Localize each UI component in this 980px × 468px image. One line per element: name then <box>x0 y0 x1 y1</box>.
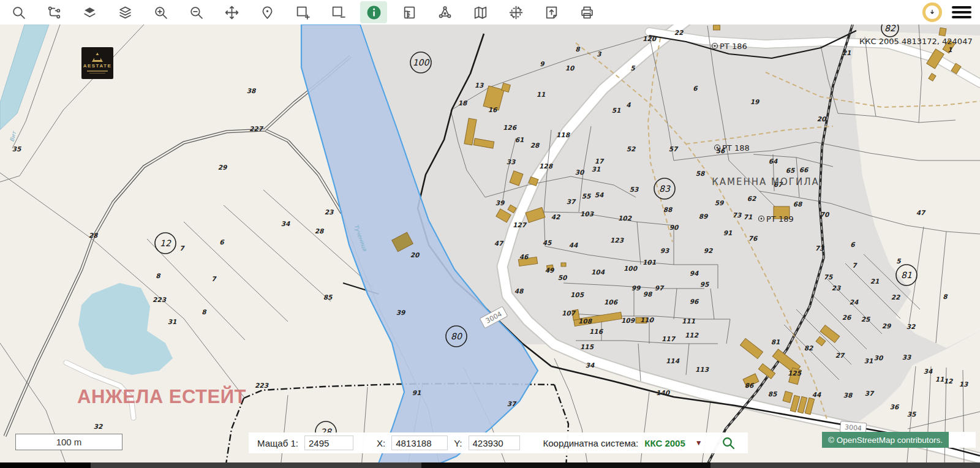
select-remove-button[interactable] <box>325 1 352 23</box>
coordinate-tooltip: ККС 2005 4813172, 424047 <box>859 37 973 46</box>
svg-text:39: 39 <box>396 309 406 316</box>
svg-text:5: 5 <box>630 64 635 72</box>
svg-text:113: 113 <box>695 366 709 373</box>
statusbar: Мащаб 1: X: Y: Координатна система: ККС … <box>249 432 748 453</box>
svg-text:12: 12 <box>944 377 953 385</box>
svg-text:37: 37 <box>567 198 576 205</box>
print-button[interactable] <box>573 1 600 23</box>
svg-text:47: 47 <box>494 240 504 247</box>
svg-text:29: 29 <box>882 322 892 330</box>
attribution-text[interactable]: © OpenStreetMap contributors. <box>828 436 943 445</box>
svg-text:PT 189: PT 189 <box>766 214 794 224</box>
svg-text:123: 123 <box>610 236 624 244</box>
svg-text:110: 110 <box>640 316 655 323</box>
svg-text:48: 48 <box>514 287 524 295</box>
layers-button[interactable] <box>76 1 103 23</box>
info-button[interactable] <box>360 1 387 23</box>
menu-button[interactable] <box>952 4 971 21</box>
svg-text:94: 94 <box>690 270 699 277</box>
coordinate-grid-button[interactable] <box>502 1 529 23</box>
coordinate-search-button[interactable] <box>717 435 739 451</box>
location-pin-button[interactable] <box>254 1 281 23</box>
layers-stack-icon <box>118 5 133 20</box>
svg-text:32: 32 <box>94 423 103 430</box>
svg-text:223: 223 <box>153 296 167 303</box>
svg-text:38: 38 <box>247 87 257 94</box>
bottom-strip <box>0 462 980 468</box>
svg-text:81: 81 <box>771 338 780 345</box>
svg-text:80: 80 <box>451 331 462 341</box>
svg-text:128: 128 <box>539 162 554 170</box>
svg-text:88: 88 <box>663 206 673 213</box>
svg-text:115: 115 <box>580 343 594 350</box>
svg-text:116: 116 <box>589 328 604 335</box>
svg-text:82: 82 <box>804 344 813 352</box>
svg-text:17: 17 <box>595 157 605 165</box>
crs-dropdown-arrow-icon[interactable]: ▼ <box>695 439 703 447</box>
attribution: © OpenStreetMap contributors. <box>822 432 976 448</box>
watermark-text: АНЖЕЛА ЕСТЕЙТ <box>77 386 246 408</box>
svg-text:81: 81 <box>901 270 912 280</box>
svg-text:91: 91 <box>412 389 421 396</box>
x-input[interactable] <box>391 436 448 450</box>
svg-text:1: 1 <box>948 46 952 53</box>
export-button[interactable] <box>538 1 565 23</box>
measure-icon <box>402 5 417 20</box>
scale-input[interactable] <box>304 436 353 450</box>
svg-text:3: 3 <box>597 50 601 58</box>
svg-text:КАМЕННА МОГИЛА: КАМЕННА МОГИЛА <box>712 176 820 187</box>
svg-text:35: 35 <box>907 410 916 418</box>
layers-stack-button[interactable] <box>111 1 138 23</box>
svg-text:76: 76 <box>748 235 758 242</box>
search-button[interactable] <box>5 1 32 23</box>
crs-select[interactable]: ККС 2005 <box>644 438 685 448</box>
y-input[interactable] <box>469 436 520 450</box>
crs-label: Координатна система: <box>543 438 639 448</box>
svg-text:21: 21 <box>842 49 851 56</box>
svg-text:16: 16 <box>488 106 498 113</box>
svg-text:34: 34 <box>586 361 595 369</box>
measure-button[interactable] <box>396 1 423 23</box>
svg-text:33: 33 <box>507 158 516 165</box>
svg-text:34: 34 <box>281 220 290 227</box>
search-icon <box>721 436 736 450</box>
svg-text:70: 70 <box>820 211 830 218</box>
info-icon <box>366 5 382 20</box>
svg-text:53: 53 <box>630 186 639 193</box>
route-icon <box>47 5 62 20</box>
svg-text:29: 29 <box>218 164 228 171</box>
svg-text:114: 114 <box>666 357 680 364</box>
svg-text:61: 61 <box>515 136 524 143</box>
search-icon <box>11 5 26 20</box>
svg-text:22: 22 <box>674 29 684 36</box>
svg-text:100: 100 <box>413 58 430 67</box>
svg-text:31: 31 <box>864 357 873 364</box>
svg-text:64: 64 <box>769 157 778 165</box>
map-fold-button[interactable] <box>467 1 494 23</box>
svg-text:28: 28 <box>315 227 325 235</box>
logo-triangle-icon <box>92 53 103 62</box>
download-button[interactable] <box>922 2 942 22</box>
svg-text:23: 23 <box>832 284 841 292</box>
pan-icon <box>224 5 239 20</box>
svg-text:103: 103 <box>580 210 594 217</box>
svg-text:227: 227 <box>249 125 264 132</box>
svg-text:4: 4 <box>626 101 631 108</box>
building <box>502 83 511 92</box>
polygon-nodes-button[interactable] <box>431 1 458 23</box>
svg-text:28: 28 <box>530 142 540 149</box>
svg-text:13: 13 <box>475 81 484 89</box>
pan-button[interactable] <box>218 1 245 23</box>
svg-text:30: 30 <box>575 168 585 176</box>
svg-text:111: 111 <box>682 317 695 325</box>
location-pin-icon <box>260 5 275 20</box>
map-fold-icon <box>473 5 488 20</box>
svg-text:51: 51 <box>612 107 621 114</box>
zoom-out-button[interactable] <box>183 1 209 23</box>
route-button[interactable] <box>40 1 67 23</box>
svg-text:52: 52 <box>627 145 636 153</box>
svg-text:37: 37 <box>507 400 517 407</box>
scalebar-label: 100 m <box>56 437 82 447</box>
select-add-button[interactable] <box>289 1 316 23</box>
zoom-in-button[interactable] <box>147 1 174 23</box>
